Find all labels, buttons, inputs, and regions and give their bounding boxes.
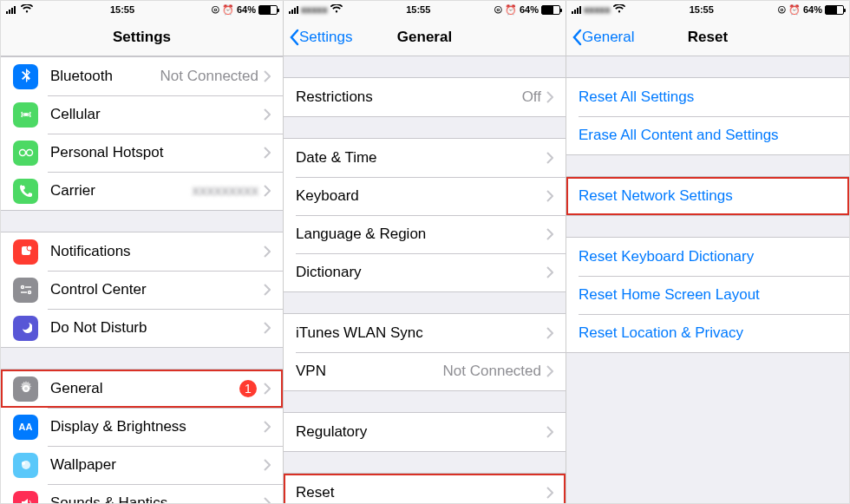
chevron-right-icon bbox=[546, 426, 553, 438]
row-language-region[interactable]: Language & Region bbox=[284, 215, 566, 253]
label: Notifications bbox=[50, 243, 264, 260]
row-reset-location-privacy[interactable]: Reset Location & Privacy bbox=[566, 314, 849, 352]
phone-icon bbox=[13, 179, 38, 204]
screen-general: xxxxx 15:55 ⦾⏰64% Settings General Restr… bbox=[284, 1, 566, 503]
row-itunes-wlan-sync[interactable]: iTunes WLAN Sync bbox=[284, 314, 566, 352]
value: Off bbox=[522, 88, 541, 106]
screen-reset: xxxxx 15:55 ⦾⏰64% General Reset Reset Al… bbox=[566, 1, 849, 503]
battery-icon bbox=[541, 5, 560, 15]
wallpaper-icon bbox=[13, 453, 38, 478]
chevron-right-icon bbox=[264, 185, 271, 197]
chevron-right-icon bbox=[264, 284, 271, 296]
row-notifications[interactable]: Notifications bbox=[1, 232, 283, 271]
battery-icon bbox=[258, 5, 278, 15]
lock-icon: ⦾ bbox=[778, 4, 786, 16]
label: VPN bbox=[296, 363, 443, 380]
value: Not Connected bbox=[160, 68, 258, 85]
status-bar: xxxxx 15:55 ⦾⏰64% bbox=[566, 1, 849, 18]
label: Sounds & Haptics bbox=[50, 494, 264, 503]
row-personal-hotspot[interactable]: Personal Hotspot bbox=[1, 134, 283, 172]
page-title: Settings bbox=[1, 29, 283, 46]
carrier-name: xxxxx bbox=[301, 4, 328, 15]
chevron-right-icon bbox=[546, 365, 553, 377]
label: Erase All Content and Settings bbox=[579, 127, 837, 144]
status-time: 15:55 bbox=[110, 4, 134, 15]
row-reset-network-settings[interactable]: Reset Network Settings bbox=[566, 177, 849, 215]
row-reset[interactable]: Reset bbox=[284, 474, 566, 503]
row-dictionary[interactable]: Dictionary bbox=[284, 253, 566, 291]
status-bar: 15:55 ⦾ ⏰ 64% bbox=[1, 1, 283, 18]
label: Reset All Settings bbox=[579, 88, 837, 106]
row-erase-all[interactable]: Erase All Content and Settings bbox=[566, 116, 849, 154]
row-cellular[interactable]: Cellular bbox=[1, 95, 283, 134]
label: Carrier bbox=[50, 182, 193, 200]
row-general[interactable]: General 1 bbox=[1, 370, 283, 408]
row-restrictions[interactable]: Restrictions Off bbox=[284, 78, 566, 116]
navbar: Settings bbox=[1, 18, 283, 56]
carrier-name: xxxxx bbox=[584, 4, 611, 15]
row-reset-all-settings[interactable]: Reset All Settings bbox=[566, 78, 849, 116]
row-date-time[interactable]: Date & Time bbox=[284, 139, 566, 177]
label: Display & Brightness bbox=[50, 418, 264, 435]
chevron-right-icon bbox=[264, 383, 271, 395]
label: Reset Home Screen Layout bbox=[579, 286, 837, 304]
svg-point-10 bbox=[22, 461, 25, 465]
label: Wallpaper bbox=[50, 456, 264, 474]
row-carrier[interactable]: Carrier xxxxxxxxx bbox=[1, 172, 283, 210]
screen-settings: 15:55 ⦾ ⏰ 64% Settings Bluetooth Not Con… bbox=[1, 1, 284, 503]
chevron-right-icon bbox=[546, 152, 553, 164]
chevron-right-icon bbox=[264, 322, 271, 334]
chevron-right-icon bbox=[264, 459, 271, 471]
badge: 1 bbox=[239, 380, 257, 397]
navbar: Settings General bbox=[284, 18, 566, 56]
notifications-icon bbox=[13, 239, 38, 265]
back-label: Settings bbox=[299, 29, 352, 46]
label: Keyboard bbox=[296, 187, 546, 205]
back-button[interactable]: Settings bbox=[284, 29, 352, 46]
label: Regulatory bbox=[296, 423, 546, 441]
label: Reset Network Settings bbox=[579, 187, 837, 205]
label: Restrictions bbox=[296, 88, 522, 106]
svg-point-5 bbox=[21, 286, 23, 289]
chevron-right-icon bbox=[264, 108, 271, 121]
back-label: General bbox=[582, 29, 634, 46]
back-button[interactable]: General bbox=[566, 29, 634, 46]
svg-point-0 bbox=[24, 114, 26, 115]
alarm-icon: ⏰ bbox=[222, 4, 234, 16]
signal-icon bbox=[6, 5, 16, 14]
row-bluetooth[interactable]: Bluetooth Not Connected bbox=[1, 57, 283, 95]
chevron-right-icon bbox=[264, 245, 271, 258]
wifi-icon bbox=[330, 4, 343, 15]
battery-icon bbox=[825, 5, 844, 15]
chevron-right-icon bbox=[546, 91, 553, 103]
row-do-not-disturb[interactable]: Do Not Disturb bbox=[1, 309, 283, 347]
svg-point-4 bbox=[27, 245, 32, 251]
label: Reset Location & Privacy bbox=[579, 324, 837, 342]
label: General bbox=[50, 380, 239, 397]
row-vpn[interactable]: VPNNot Connected bbox=[284, 352, 566, 390]
label: iTunes WLAN Sync bbox=[296, 324, 546, 342]
battery-percent: 64% bbox=[803, 4, 822, 15]
row-regulatory[interactable]: Regulatory bbox=[284, 413, 566, 451]
row-sounds-haptics[interactable]: Sounds & Haptics bbox=[1, 484, 283, 503]
svg-point-7 bbox=[28, 291, 30, 294]
signal-icon bbox=[572, 5, 581, 14]
label: Bluetooth bbox=[50, 68, 160, 85]
row-keyboard[interactable]: Keyboard bbox=[284, 177, 566, 215]
row-display-brightness[interactable]: AA Display & Brightness bbox=[1, 408, 283, 446]
row-control-center[interactable]: Control Center bbox=[1, 271, 283, 309]
label: Cellular bbox=[50, 106, 264, 123]
label: Do Not Disturb bbox=[50, 319, 264, 337]
lock-icon: ⦾ bbox=[212, 4, 219, 16]
bluetooth-icon bbox=[13, 64, 38, 89]
row-wallpaper[interactable]: Wallpaper bbox=[1, 446, 283, 484]
label: Date & Time bbox=[296, 149, 546, 167]
signal-icon bbox=[289, 5, 298, 14]
row-reset-keyboard-dictionary[interactable]: Reset Keyboard Dictionary bbox=[566, 238, 849, 276]
row-reset-home-screen-layout[interactable]: Reset Home Screen Layout bbox=[566, 276, 849, 314]
chevron-right-icon bbox=[546, 266, 553, 278]
value: xxxxxxxxx bbox=[193, 182, 259, 200]
navbar: General Reset bbox=[566, 18, 849, 56]
svg-point-2 bbox=[26, 150, 32, 156]
hotspot-icon bbox=[13, 141, 38, 166]
